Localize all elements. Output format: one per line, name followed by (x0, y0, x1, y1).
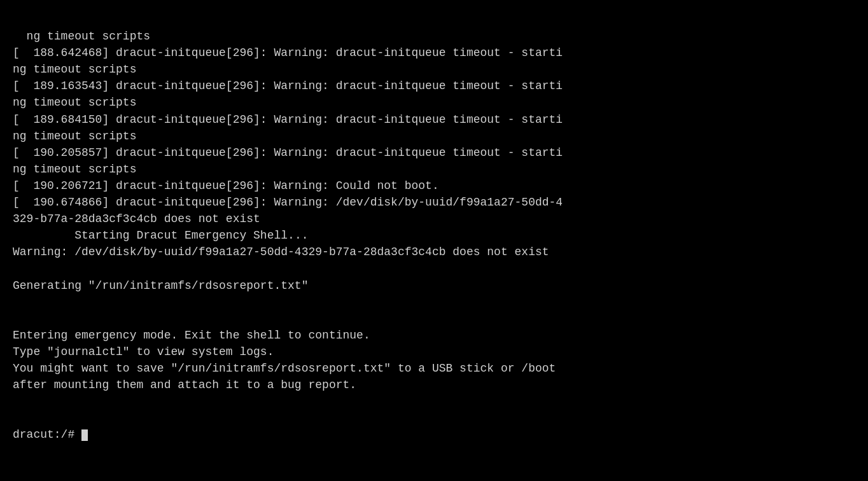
terminal-output: ng timeout scripts [ 188.642468] dracut-… (13, 30, 563, 441)
terminal-cursor (81, 429, 88, 441)
terminal-window[interactable]: ng timeout scripts [ 188.642468] dracut-… (0, 0, 868, 481)
